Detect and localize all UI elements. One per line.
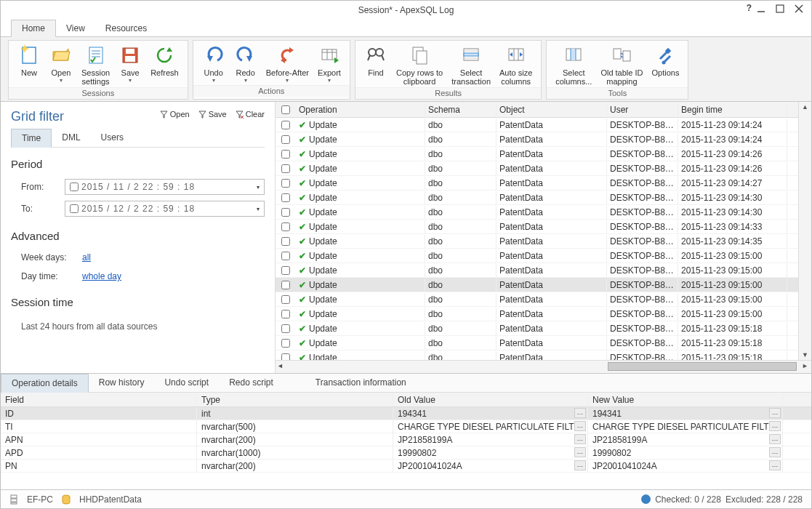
table-row[interactable]: ✔ UpdatedboPatentDataDESKTOP-B8E...2015-… (276, 249, 811, 263)
ellipsis-button[interactable]: … (574, 460, 586, 470)
row-checkbox[interactable] (281, 208, 290, 217)
table-row[interactable]: ✔ UpdatedboPatentDataDESKTOP-B8E...2015-… (276, 132, 811, 147)
minimize-button[interactable] (752, 1, 771, 17)
filter-tab-time[interactable]: Time (11, 129, 52, 148)
ellipsis-button[interactable]: … (769, 421, 781, 431)
table-row[interactable]: ✔ UpdatedboPatentDataDESKTOP-B8E...2015-… (276, 147, 811, 161)
row-checkbox[interactable] (281, 193, 290, 202)
row-checkbox[interactable] (281, 223, 290, 231)
select-columns-button[interactable]: Select columns... (551, 42, 596, 87)
new-button[interactable]: New (13, 42, 45, 87)
tab-row-history[interactable]: Row history (89, 374, 155, 392)
ellipsis-button[interactable]: … (769, 408, 781, 418)
chevron-down-icon[interactable]: ▾ (257, 184, 260, 191)
row-checkbox[interactable] (281, 179, 290, 188)
table-row[interactable]: ✔ UpdatedboPatentDataDESKTOP-B8E...2015-… (276, 321, 811, 336)
filter-clear-button[interactable]: Clear (236, 110, 265, 119)
daytime-link[interactable]: whole day (82, 271, 121, 281)
table-row[interactable]: ✔ UpdatedboPatentDataDESKTOP-B8E...2015-… (276, 307, 811, 321)
dcol-field[interactable]: Field (1, 393, 197, 406)
table-row[interactable]: ✔ UpdatedboPatentDataDESKTOP-B8E...2015-… (276, 191, 811, 205)
ellipsis-button[interactable]: … (769, 460, 781, 470)
horizontal-scrollbar[interactable]: ◄► (276, 360, 811, 373)
dcol-old[interactable]: Old Value (393, 393, 588, 406)
grid-body[interactable]: ✔ UpdatedboPatentDataDESKTOP-B8E...2015-… (276, 118, 811, 360)
detail-row[interactable]: APNnvarchar(200)JP21858199A…JP21858199A… (1, 433, 811, 446)
detail-row[interactable]: IDint194341…194341… (1, 407, 811, 420)
detail-row[interactable]: PNnvarchar(200)JP2001041024A…JP200104102… (1, 460, 811, 473)
table-row[interactable]: ✔ UpdatedboPatentDataDESKTOP-B8E...2015-… (276, 263, 811, 278)
details-body[interactable]: IDint194341…194341…TInvarchar(500)CHARGE… (1, 407, 811, 473)
filter-open-button[interactable]: Open (160, 110, 190, 119)
copy-rows-button[interactable]: Copy rows to clipboard (392, 42, 447, 87)
ellipsis-button[interactable]: … (769, 447, 781, 457)
filter-save-button[interactable]: Save (198, 110, 227, 119)
old-table-id-button[interactable]: Old table ID mapping (596, 42, 647, 87)
row-checkbox[interactable] (281, 135, 290, 144)
table-row[interactable]: ✔ UpdatedboPatentDataDESKTOP-B8E...2015-… (276, 292, 811, 307)
table-row[interactable]: ✔ UpdatedboPatentDataDESKTOP-B8E...2015-… (276, 220, 811, 234)
detail-row[interactable]: TInvarchar(500)CHARGE TYPE DIESEL PARTIC… (1, 420, 811, 433)
col-schema[interactable]: Schema (425, 103, 497, 116)
col-begin[interactable]: Begin time (678, 103, 787, 116)
ellipsis-button[interactable]: … (574, 421, 586, 431)
row-checkbox[interactable] (281, 339, 290, 348)
maximize-button[interactable] (771, 1, 789, 17)
tab-transaction-info[interactable]: Transaction information (305, 374, 417, 392)
ellipsis-button[interactable]: … (574, 434, 586, 444)
vertical-scrollbar[interactable]: ▲▼ (798, 102, 811, 360)
filter-tab-dml[interactable]: DML (52, 129, 90, 147)
row-checkbox[interactable] (281, 252, 290, 260)
row-checkbox[interactable] (281, 310, 290, 318)
tab-undo-script[interactable]: Undo script (154, 374, 219, 392)
dcol-type[interactable]: Type (197, 393, 393, 406)
tab-resources[interactable]: Resources (95, 20, 157, 36)
chevron-down-icon[interactable]: ▾ (257, 206, 260, 212)
find-button[interactable]: Find (360, 42, 392, 87)
table-row[interactable]: ✔ UpdatedboPatentDataDESKTOP-B8E...2015-… (276, 161, 811, 176)
ellipsis-button[interactable]: … (574, 447, 586, 457)
select-transaction-button[interactable]: Select transaction (447, 42, 495, 87)
table-row[interactable]: ✔ UpdatedboPatentDataDESKTOP-B8E...2015-… (276, 118, 811, 132)
table-row[interactable]: ✔ UpdatedboPatentDataDESKTOP-B8E...2015-… (276, 350, 811, 360)
col-object[interactable]: Object (497, 103, 607, 116)
tab-operation-details[interactable]: Operation details (1, 374, 89, 393)
tab-view[interactable]: View (56, 20, 95, 36)
from-checkbox[interactable] (70, 183, 79, 191)
options-button[interactable]: Options (647, 42, 683, 87)
table-row[interactable]: ✔ UpdatedboPatentDataDESKTOP-B8E...2015-… (276, 336, 811, 350)
table-row[interactable]: ✔ UpdatedboPatentDataDESKTOP-B8E...2015-… (276, 278, 811, 292)
tab-redo-script[interactable]: Redo script (219, 374, 284, 392)
row-checkbox[interactable] (281, 121, 290, 129)
auto-size-button[interactable]: Auto size columns (495, 42, 536, 87)
col-user[interactable]: User (607, 103, 678, 116)
before-after-button[interactable]: Before-After▾ (262, 42, 313, 85)
row-checkbox[interactable] (281, 164, 290, 173)
ellipsis-button[interactable]: … (574, 408, 586, 418)
dcol-new[interactable]: New Value (588, 393, 783, 406)
table-row[interactable]: ✔ UpdatedboPatentDataDESKTOP-B8E...2015-… (276, 176, 811, 191)
scroll-thumb[interactable] (608, 362, 797, 371)
close-button[interactable] (789, 1, 808, 17)
detail-row[interactable]: APDnvarchar(1000)19990802…19990802… (1, 446, 811, 460)
select-all-checkbox[interactable] (281, 105, 290, 114)
to-input[interactable]: 2015 / 12 / 2 22 : 59 : 18▾ (65, 201, 265, 217)
from-input[interactable]: 2015 / 11 / 2 22 : 59 : 18▾ (65, 179, 265, 195)
help-icon[interactable]: ? (747, 3, 752, 13)
save-button[interactable]: Save▾ (114, 42, 146, 87)
row-checkbox[interactable] (281, 324, 290, 333)
undo-button[interactable]: Undo▾ (198, 42, 230, 85)
row-checkbox[interactable] (281, 150, 290, 159)
table-row[interactable]: ✔ UpdatedboPatentDataDESKTOP-B8E...2015-… (276, 205, 811, 220)
tab-home[interactable]: Home (11, 20, 56, 37)
row-checkbox[interactable] (281, 266, 290, 275)
filter-tab-users[interactable]: Users (91, 129, 134, 147)
row-checkbox[interactable] (281, 295, 290, 304)
redo-button[interactable]: Redo▾ (230, 42, 262, 85)
col-operation[interactable]: Operation (296, 103, 425, 116)
session-settings-button[interactable]: Session settings (77, 42, 114, 87)
open-button[interactable]: Open▾ (45, 42, 77, 87)
ellipsis-button[interactable]: … (769, 434, 781, 444)
refresh-button[interactable]: Refresh (146, 42, 183, 87)
row-checkbox[interactable] (281, 281, 290, 289)
